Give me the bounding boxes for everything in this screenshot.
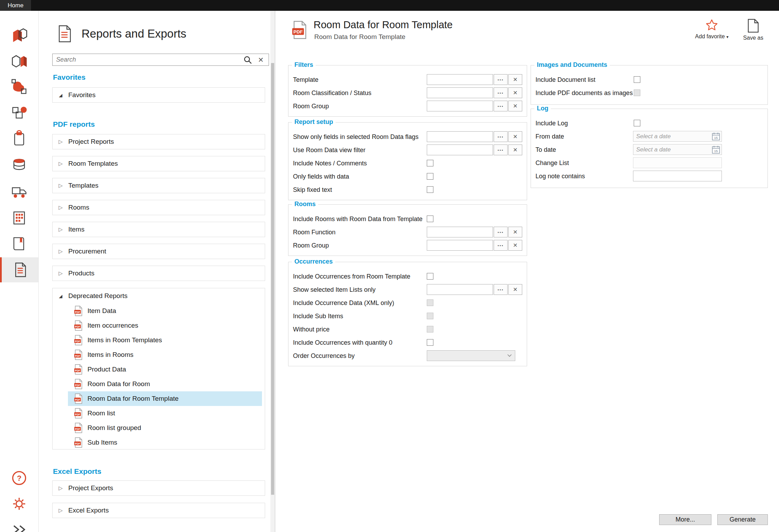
- room-data-flags-browse-button[interactable]: •••: [494, 131, 508, 142]
- template-browse-button[interactable]: •••: [494, 74, 508, 85]
- quantity-zero-checkbox[interactable]: [427, 339, 433, 346]
- room-function-clear-button[interactable]: ✕: [508, 227, 522, 237]
- rooms-room-group-input[interactable]: [427, 240, 493, 251]
- nav-help-icon[interactable]: ?: [0, 466, 38, 491]
- include-notes-checkbox[interactable]: [427, 160, 433, 166]
- nav-settings-icon[interactable]: [0, 491, 38, 516]
- tree-group-templates[interactable]: ▷ Templates: [52, 178, 265, 193]
- search-box: ✕: [52, 54, 269, 66]
- nav-collapse-icon[interactable]: [0, 517, 38, 532]
- tree-item-room-data-for-room[interactable]: Room Data for Room: [68, 377, 262, 391]
- pdf-icon: [74, 320, 83, 331]
- tree-group-project-exports[interactable]: ▷ Project Exports: [52, 480, 265, 496]
- tree-group-project-reports[interactable]: ▷ Project Reports: [52, 134, 265, 149]
- room-function-browse-button[interactable]: •••: [494, 227, 508, 237]
- room-data-flags-input[interactable]: [427, 131, 493, 142]
- tree-item-room-list-grouped[interactable]: Room list grouped: [68, 421, 262, 435]
- scrollbar-thumb[interactable]: [271, 63, 274, 495]
- nav-attachments-icon[interactable]: [0, 126, 38, 151]
- clear-search-icon[interactable]: ✕: [258, 56, 264, 64]
- search-input[interactable]: [53, 56, 243, 63]
- room-classification-browse-button[interactable]: •••: [494, 87, 508, 98]
- tree-group-products[interactable]: ▷ Products: [52, 266, 265, 281]
- room-classification-clear-button[interactable]: ✕: [508, 87, 522, 98]
- expander-icon[interactable]: ▷: [57, 485, 64, 491]
- rooms-room-group-clear-button[interactable]: ✕: [508, 240, 522, 251]
- nav-reports-icon[interactable]: [0, 257, 38, 282]
- tree-group-room-templates[interactable]: ▷ Room Templates: [52, 156, 265, 171]
- item-lists-row: Show selected Item Lists only ••• ✕: [288, 283, 527, 296]
- view-filter-browse-button[interactable]: •••: [494, 144, 508, 155]
- view-filter-clear-button[interactable]: ✕: [508, 144, 522, 155]
- add-favorite-button[interactable]: Add favorite ▾: [693, 18, 730, 40]
- template-clear-button[interactable]: ✕: [508, 74, 522, 85]
- home-tab[interactable]: Home: [0, 0, 31, 11]
- nav-rooms-icon[interactable]: [0, 74, 38, 99]
- template-row: Template ••• ✕: [288, 73, 527, 86]
- template-input[interactable]: [427, 74, 493, 85]
- room-function-input[interactable]: [427, 227, 493, 237]
- nav-catalog-icon[interactable]: [0, 231, 38, 256]
- tree-group-label: Products: [68, 269, 94, 277]
- room-classification-input[interactable]: [427, 87, 493, 98]
- include-occurrences-checkbox[interactable]: [427, 273, 433, 280]
- tree-group-items[interactable]: ▷ Items: [52, 222, 265, 237]
- tree-item-room-list[interactable]: Room list: [68, 406, 262, 421]
- tree-group-procurement[interactable]: ▷ Procurement: [52, 244, 265, 259]
- tree-item-room-data-for-room-template[interactable]: Room Data for Room Template: [68, 391, 262, 406]
- tree-item-label: Room Data for Room: [87, 380, 150, 388]
- occurrences-section: Occurrences Include Occurrences from Roo…: [288, 262, 527, 366]
- tree-group-deprecated-header[interactable]: ◢ Deprecated Reports: [53, 288, 265, 304]
- expander-icon[interactable]: ▷: [57, 182, 64, 189]
- tree-item-item-occurrences[interactable]: Item occurrences: [68, 318, 262, 333]
- room-data-flags-clear-button[interactable]: ✕: [508, 131, 522, 142]
- expander-icon[interactable]: ◢: [57, 294, 64, 299]
- tree-item-items-in-room-templates[interactable]: Items in Room Templates: [68, 333, 262, 347]
- only-fields-with-data-checkbox[interactable]: [427, 173, 433, 180]
- order-occurrences-select: [427, 350, 515, 361]
- expander-icon[interactable]: ▷: [57, 507, 64, 514]
- item-lists-browse-button[interactable]: •••: [494, 284, 508, 295]
- room-group-filter-browse-button[interactable]: •••: [494, 101, 508, 111]
- ellipsis-icon: •••: [498, 148, 504, 152]
- tree-group-favorites[interactable]: ◢ Favorites: [52, 87, 265, 103]
- nav-buildings-icon[interactable]: [0, 48, 38, 73]
- include-document-list-checkbox[interactable]: [634, 76, 640, 83]
- search-icon[interactable]: [243, 55, 252, 64]
- view-filter-input[interactable]: [427, 144, 493, 155]
- skip-fixed-text-checkbox[interactable]: [427, 186, 433, 193]
- nav-database-icon[interactable]: [0, 152, 38, 178]
- expander-icon[interactable]: ▷: [57, 270, 64, 276]
- save-as-button[interactable]: Save as: [737, 18, 769, 41]
- expander-icon[interactable]: ▷: [57, 226, 64, 233]
- tree-item-items-in-rooms[interactable]: Items in Rooms: [68, 347, 262, 362]
- expander-icon[interactable]: ▷: [57, 139, 64, 145]
- tree-item-item-data[interactable]: Item Data: [68, 304, 262, 318]
- expander-icon[interactable]: ▷: [57, 204, 64, 211]
- tree-group-excel-exports[interactable]: ▷ Excel Exports: [52, 503, 265, 518]
- tree-group-rooms[interactable]: ▷ Rooms: [52, 200, 265, 215]
- rooms-room-group-browse-button[interactable]: •••: [494, 240, 508, 251]
- tree-item-label: Product Data: [87, 366, 126, 373]
- nav-logistics-icon[interactable]: [0, 179, 38, 204]
- include-rooms-checkbox[interactable]: [427, 216, 433, 222]
- more-button[interactable]: More...: [659, 514, 711, 525]
- room-group-filter-row: Room Group ••• ✕: [288, 100, 527, 113]
- tree-item-sub-items[interactable]: Sub Items: [68, 435, 262, 450]
- item-lists-clear-button[interactable]: ✕: [508, 284, 522, 295]
- expander-icon[interactable]: ▷: [57, 248, 64, 255]
- generate-button[interactable]: Generate: [717, 514, 768, 525]
- room-group-filter-clear-button[interactable]: ✕: [508, 101, 522, 111]
- nav-facility-icon[interactable]: [0, 205, 38, 230]
- room-group-filter-input[interactable]: [427, 101, 493, 111]
- log-legend: Log: [534, 105, 551, 112]
- expander-icon[interactable]: ◢: [57, 93, 64, 98]
- log-note-input[interactable]: [633, 171, 722, 181]
- include-log-checkbox[interactable]: [634, 120, 640, 126]
- panel-scrollbar[interactable]: [270, 11, 275, 532]
- tree-item-product-data[interactable]: Product Data: [68, 362, 262, 377]
- nav-site-icon[interactable]: [0, 22, 38, 47]
- nav-items-icon[interactable]: [0, 101, 38, 126]
- expander-icon[interactable]: ▷: [57, 161, 64, 167]
- item-lists-input[interactable]: [427, 284, 493, 295]
